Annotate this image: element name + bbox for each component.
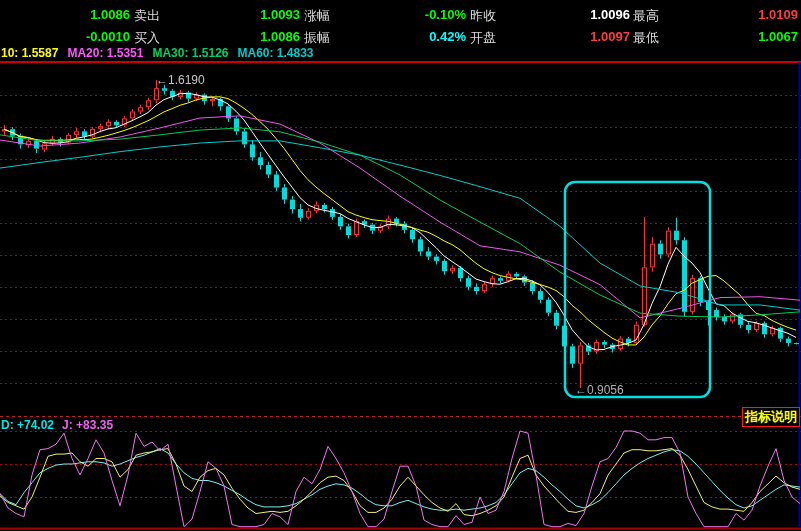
open-label: 开盘 [470, 29, 496, 47]
low-price-value: 1.0067 [706, 29, 798, 44]
low-label: 最低 [633, 29, 659, 47]
low-value: 1.0097 [538, 29, 630, 44]
ma30-legend: MA30: 1.5126 [152, 46, 228, 60]
amplitude-label: 振幅 [304, 29, 330, 47]
buy-price-value: -0.0010 [38, 29, 130, 44]
ma-legend: 10: 1.5587MA20: 1.5351MA30: 1.5126MA60: … [1, 46, 323, 60]
peak-price-annotation: ←1.6190 [156, 73, 205, 87]
high-value: 1.0096 [538, 7, 630, 22]
amplitude-value: 1.0086 [208, 29, 300, 44]
open-value: 0.42% [374, 29, 466, 44]
main-chart-canvas[interactable] [0, 0, 801, 531]
sell-price-value: 1.0086 [38, 7, 130, 22]
ma10-legend: 10: 1.5587 [1, 46, 58, 60]
ma20-legend: MA20: 1.5351 [67, 46, 143, 60]
indicator-help-button[interactable]: 指标说明 [742, 407, 800, 427]
ma60-legend: MA60: 1.4833 [237, 46, 313, 60]
kdj-j-legend: J: +83.35 [62, 418, 113, 432]
prev-close-value: -0.10% [374, 7, 466, 22]
change-label: 涨幅 [304, 7, 330, 25]
change-value: 1.0093 [208, 7, 300, 22]
buy-price-label: 买入 [134, 29, 160, 47]
trading-app-window: 1.0086 卖出 1.0093 涨幅 -0.10% 昨收 1.0096 最高 … [0, 0, 801, 531]
high-label: 最高 [633, 7, 659, 25]
prev-close-label: 昨收 [470, 7, 496, 25]
high-price-value: 1.0109 [706, 7, 798, 22]
sell-price-label: 卖出 [134, 7, 160, 25]
kdj-legend: D: +74.02J: +83.35 [1, 418, 121, 432]
low-price-annotation: ←0.9056 [575, 383, 624, 397]
kdj-d-legend: D: +74.02 [1, 418, 54, 432]
